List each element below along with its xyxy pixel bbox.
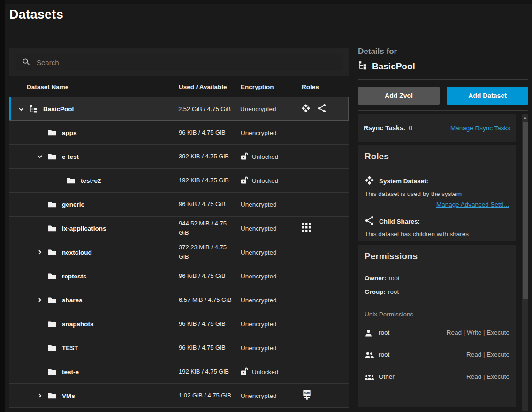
- dataset-name-label: snapshots: [62, 321, 94, 328]
- scrollbar-up-arrow[interactable]: [522, 114, 528, 121]
- pool-icon: [358, 61, 367, 70]
- encryption-label: Unlocked: [252, 153, 278, 160]
- search-input[interactable]: [36, 58, 336, 67]
- used-available-value: 192 KiB / 4.75 GiB: [179, 367, 241, 376]
- smb-share-icon[interactable]: SMB: [302, 390, 312, 402]
- expand-toggle[interactable]: [18, 106, 29, 112]
- left-edge-stripe: [0, 0, 5, 412]
- encryption-label: Unencrypted: [241, 345, 277, 352]
- person-icon: [365, 329, 379, 337]
- encryption-label: Unencrypted: [240, 105, 276, 112]
- search-box[interactable]: [16, 54, 342, 71]
- apps-grid-icon[interactable]: [302, 223, 311, 234]
- lock-open-icon[interactable]: [241, 176, 248, 185]
- group-label: Group:: [365, 288, 386, 295]
- apps-grid-icon: [302, 223, 311, 232]
- table-row-generic[interactable]: generic96 KiB / 4.75 GiBUnencrypted: [9, 193, 349, 217]
- used-available-value: 372.23 MiB / 4.75 GiB: [179, 243, 241, 262]
- details-scrollbar[interactable]: [522, 114, 528, 411]
- folder-icon: [48, 320, 56, 328]
- chevron-right-icon: [37, 297, 43, 303]
- details-dataset: BasicPool: [358, 61, 528, 72]
- permissions-card-title: Permissions: [365, 251, 509, 262]
- encryption-label: Unlocked: [252, 177, 278, 184]
- share-icon[interactable]: [317, 104, 327, 115]
- dataset-name-label: ix-applications: [62, 225, 106, 232]
- manage-rsync-tasks-link[interactable]: Manage Rsync Tasks: [450, 125, 510, 132]
- share-icon: [365, 216, 374, 225]
- dataset-name-label: BasicPool: [43, 105, 74, 112]
- search-card: [9, 48, 349, 76]
- table-row-e-test[interactable]: e-test392 KiB / 4.75 GiBUnlocked: [9, 145, 349, 169]
- table-row-apps[interactable]: apps96 KiB / 4.75 GiBUnencrypted: [9, 121, 349, 145]
- table-row-test[interactable]: TEST96 KiB / 4.75 GiBUnencrypted: [9, 336, 349, 360]
- role-label: System Dataset:: [379, 178, 428, 185]
- encryption-cell: Unencrypted: [241, 297, 302, 304]
- pool-icon: [29, 105, 41, 113]
- folder-icon: [48, 153, 60, 160]
- used-available-value: 96 KiB / 4.75 GiB: [179, 271, 241, 281]
- lock-open-icon[interactable]: [241, 152, 248, 161]
- dataset-name-label: test-e: [62, 368, 79, 375]
- table-header: Dataset NameUsed / AvailableEncryptionRo…: [9, 76, 349, 97]
- folder-icon: [48, 129, 56, 136]
- folder-icon: [48, 201, 56, 208]
- table-row-nextcloud[interactable]: nextcloud372.23 MiB / 4.75 GiBUnencrypte…: [9, 240, 349, 264]
- folder-icon: [48, 344, 60, 352]
- encryption-cell: Unlocked: [241, 176, 302, 185]
- system-dataset-icon[interactable]: [301, 104, 311, 115]
- details-scroll-area: Rsync Tasks: 0 Manage Rsync Tasks Roles …: [358, 114, 528, 411]
- folder-icon: [48, 225, 56, 232]
- permission-access-value: Read | Execute: [466, 373, 509, 380]
- expand-toggle[interactable]: [37, 392, 48, 399]
- table-row-ix-applications[interactable]: ix-applications944.52 MiB / 4.75 GiBUnen…: [9, 217, 349, 240]
- permission-access-value: Read | Execute: [466, 351, 509, 358]
- chevron-right-icon: [37, 392, 43, 399]
- system-dataset-icon: [365, 175, 374, 187]
- expand-toggle[interactable]: [37, 153, 48, 160]
- table-row-shares[interactable]: shares6.57 MiB / 4.75 GiBUnencrypted: [9, 288, 349, 312]
- used-available-value: 6.57 MiB / 4.75 GiB: [179, 295, 241, 305]
- permissions-inner-divider: [365, 303, 509, 303]
- people-icon: [365, 351, 374, 359]
- groups-icon: [365, 373, 379, 381]
- unix-permission-row: OtherRead | Execute: [365, 366, 509, 388]
- title-divider: [8, 32, 524, 32]
- used-available-value: 96 KiB / 4.75 GiB: [179, 128, 241, 137]
- permissions-card: Permissions Owner:root Group:root Unix P…: [358, 245, 516, 407]
- add-zvol-button[interactable]: Add Zvol: [358, 87, 440, 105]
- folder-icon: [67, 177, 79, 184]
- chevron-down-icon: [18, 106, 24, 112]
- share-icon: [317, 104, 327, 113]
- column-header-dataset-name: Dataset Name: [9, 83, 179, 90]
- used-available-value: 392 KiB / 4.75 GiB: [179, 152, 241, 161]
- table-row-basicpool[interactable]: BasicPool2.52 GiB / 4.75 GiBUnencrypted: [9, 97, 349, 121]
- add-dataset-button[interactable]: Add Dataset: [447, 87, 528, 105]
- expand-toggle[interactable]: [37, 297, 48, 303]
- folder-icon: [48, 296, 56, 304]
- folder-icon: [48, 296, 60, 304]
- table-row-test-e[interactable]: test-e192 KiB / 4.75 GiBUnlocked: [9, 360, 349, 384]
- encryption-cell: Unencrypted: [241, 225, 302, 232]
- details-heading: Details for: [358, 47, 528, 56]
- manage-advanced-settings-link[interactable]: Manage Advanced Setti…: [436, 201, 509, 208]
- chevron-down-icon: [37, 153, 43, 160]
- table-row-test-e2[interactable]: test-e2192 KiB / 4.75 GiBUnlocked: [9, 169, 349, 193]
- lock-open-icon[interactable]: [241, 367, 248, 376]
- table-row-vms[interactable]: VMs1.02 GiB / 4.75 GiBUnencryptedSMB: [9, 384, 349, 408]
- share-icon: [365, 216, 374, 227]
- dataset-icon: [358, 61, 367, 72]
- encryption-cell: Unlocked: [241, 152, 302, 161]
- folder-icon: [48, 201, 60, 208]
- table-row-reptests[interactable]: reptests96 KiB / 4.75 GiBUnencrypted: [9, 264, 349, 288]
- table-row-snapshots[interactable]: snapshots96 KiB / 4.75 GiBUnencrypted: [9, 312, 349, 336]
- dataset-name-label: shares: [62, 297, 83, 304]
- expand-toggle[interactable]: [37, 249, 48, 255]
- dataset-name-label: test-e2: [81, 177, 101, 184]
- used-available-value: 192 KiB / 4.75 GiB: [179, 176, 241, 185]
- dataset-name-label: TEST: [62, 345, 78, 352]
- encryption-label: Unencrypted: [241, 273, 277, 280]
- lock-open-icon: [241, 152, 248, 160]
- scrollbar-thumb[interactable]: [523, 122, 528, 299]
- up-arrow-icon: [523, 116, 527, 120]
